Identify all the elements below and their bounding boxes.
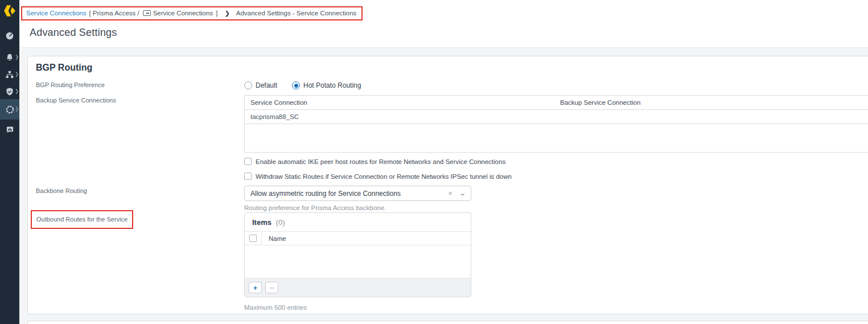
checkbox-label: Enable automatic IKE peer host routes fo… xyxy=(256,158,505,165)
select-all-checkbox[interactable] xyxy=(249,235,257,242)
chevron-right-icon: ❯ xyxy=(225,10,229,17)
radio-default[interactable]: Default xyxy=(244,81,277,89)
radio-circle-hot-potato[interactable] xyxy=(292,81,300,89)
breadcrumb-context-suffix: ] xyxy=(216,10,217,17)
items-title: Items xyxy=(252,218,271,227)
outbound-routes-field: Items (0) Name + xyxy=(244,212,471,311)
breadcrumb-current: Advanced Settings - Service Connections xyxy=(236,10,357,17)
sidebar-item-insights[interactable] xyxy=(0,121,19,138)
insights-panel-icon xyxy=(6,125,14,134)
sidebar-item-alerts[interactable]: ❯ xyxy=(0,49,19,66)
row-outbound-routes: Outbound Routes for the Service Items (0… xyxy=(36,212,868,311)
checkbox-box[interactable] xyxy=(244,158,252,165)
app-root: ❯ ❯ ❯ ❯ xyxy=(0,0,868,324)
row-bgp-routing-preference: BGP Routing Preference Default Hot Potat… xyxy=(36,80,868,95)
page-title: Advanced Settings xyxy=(30,27,117,39)
backup-service-connections-field: Service Connection Backup Service Connec… xyxy=(244,95,868,182)
next-section-card-edge xyxy=(27,321,868,324)
items-panel-header: Items (0) xyxy=(245,213,471,232)
backbone-routing-field: Allow asymmetric routing for Service Con… xyxy=(244,186,471,211)
column-header-name: Name xyxy=(262,235,286,242)
outbound-routes-label: Outbound Routes for the Service xyxy=(36,216,127,223)
row-backup-service-connections: Backup Service Connections Service Conne… xyxy=(36,95,868,182)
checkbox-enable-ike-peer-host-routes[interactable]: Enable automatic IKE peer host routes fo… xyxy=(244,155,868,167)
radio-hot-potato-routing[interactable]: Hot Potato Routing xyxy=(292,81,361,89)
service-connections-card-icon xyxy=(143,10,151,16)
backup-service-connections-label: Backup Service Connections xyxy=(36,95,244,104)
top-header: Service Connections [ Prisma Access / Se… xyxy=(19,0,868,48)
outbound-routes-label-cell: Outbound Routes for the Service xyxy=(36,212,244,229)
prisma-access-logo[interactable] xyxy=(0,0,19,22)
sidebar: ❯ ❯ ❯ ❯ xyxy=(0,0,19,324)
backbone-routing-helper-text: Routing preference for Prisma Access bac… xyxy=(244,204,471,211)
add-item-button[interactable]: + xyxy=(249,282,262,293)
items-panel-footer: + − xyxy=(245,278,471,297)
bgp-routing-card: BGP Routing BGP Routing Preference Defau… xyxy=(27,56,868,314)
chevron-down-icon[interactable]: ⌄ xyxy=(459,190,466,197)
breadcrumb-context-prefix: [ Prisma Access / xyxy=(89,10,139,17)
checkbox-withdraw-static-routes[interactable]: Withdraw Static Routes if Service Connec… xyxy=(244,170,868,182)
gauge-icon xyxy=(5,31,14,40)
section-title-bgp-routing: BGP Routing xyxy=(36,62,868,73)
shield-check-icon xyxy=(5,87,14,96)
backbone-routing-select[interactable]: Allow asymmetric routing for Service Con… xyxy=(244,186,471,201)
sidebar-item-network[interactable]: ❯ xyxy=(0,66,19,83)
chevron-right-icon: ❯ xyxy=(15,55,19,60)
radio-default-label: Default xyxy=(256,81,277,89)
table-empty-area xyxy=(245,124,868,152)
column-header-backup-service-connection: Backup Service Connection xyxy=(559,99,868,106)
backbone-routing-selected-value: Allow asymmetric routing for Service Con… xyxy=(250,190,448,198)
checkbox-label: Withdraw Static Routes if Service Connec… xyxy=(256,173,512,180)
sidebar-item-security[interactable]: ❯ xyxy=(0,83,19,100)
cell-service-connection: tacprisma88_SC xyxy=(245,113,559,120)
content-area: BGP Routing BGP Routing Preference Defau… xyxy=(19,48,868,324)
bgp-routing-preference-radios: Default Hot Potato Routing xyxy=(244,80,361,91)
items-panel: Items (0) Name + xyxy=(244,212,471,297)
clear-icon[interactable]: × xyxy=(448,189,452,198)
max-entries-note: Maximum 500 entries xyxy=(244,304,471,311)
alarm-bell-icon xyxy=(5,53,14,62)
radio-hot-potato-label: Hot Potato Routing xyxy=(303,81,361,89)
select-all-cell xyxy=(245,232,262,245)
main-area: Service Connections [ Prisma Access / Se… xyxy=(19,0,868,324)
breadcrumb: Service Connections [ Prisma Access / Se… xyxy=(26,10,356,17)
sitemap-icon xyxy=(5,70,14,79)
chevron-right-icon: ❯ xyxy=(15,89,19,95)
row-backbone-routing: Backbone Routing Allow asymmetric routin… xyxy=(36,186,868,211)
items-count: (0) xyxy=(276,218,285,227)
table-row[interactable]: tacprisma88_SC xyxy=(245,110,868,124)
breadcrumb-link-service-connections[interactable]: Service Connections xyxy=(26,10,86,17)
radio-circle-default[interactable] xyxy=(244,81,252,89)
backup-service-connections-table: Service Connection Backup Service Connec… xyxy=(244,95,868,153)
chevron-right-icon: ❯ xyxy=(15,107,19,112)
chevron-right-icon: ❯ xyxy=(15,72,19,77)
breadcrumb-context-item: Service Connections xyxy=(153,10,213,17)
annotation-box-outbound-routes: Outbound Routes for the Service xyxy=(31,210,133,229)
column-header-service-connection: Service Connection xyxy=(245,99,559,106)
items-column-header-row: Name xyxy=(245,232,471,245)
sidebar-item-dashboard[interactable] xyxy=(0,27,19,44)
annotation-box-breadcrumb: Service Connections [ Prisma Access / Se… xyxy=(21,6,363,20)
items-empty-body xyxy=(245,245,471,278)
checkbox-box[interactable] xyxy=(244,173,252,180)
backbone-routing-label: Backbone Routing xyxy=(36,186,244,194)
sidebar-item-workflows-selected[interactable]: ❯ xyxy=(0,99,19,120)
remove-item-button[interactable]: − xyxy=(265,282,278,293)
prisma-logo-icon xyxy=(2,3,17,18)
dotted-circle-icon xyxy=(5,105,15,114)
table-header-row: Service Connection Backup Service Connec… xyxy=(245,96,868,110)
bgp-routing-preference-label: BGP Routing Preference xyxy=(36,80,244,88)
